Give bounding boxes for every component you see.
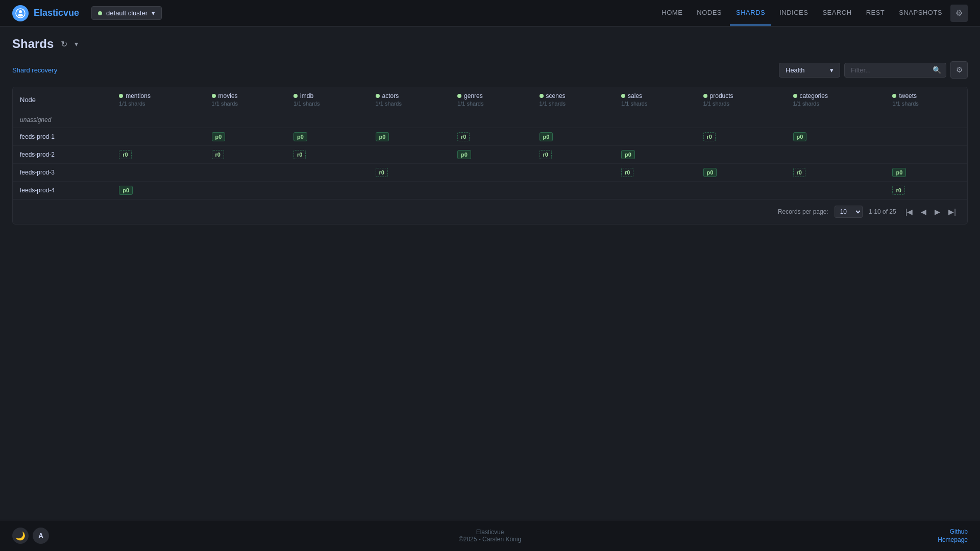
nav-link-snapshots[interactable]: SNAPSHOTS [893, 1, 948, 26]
shard-cell [885, 128, 967, 146]
nav-link-search[interactable]: SEARCH [816, 1, 857, 26]
shard-badge[interactable]: r0 [892, 186, 904, 195]
col-imdb: imdb 1/1 shards [286, 87, 369, 112]
shard-badge[interactable]: p0 [457, 150, 471, 159]
shard-cell [369, 112, 451, 128]
filter-input[interactable] [844, 63, 946, 78]
table-body: unassignedfeeds-prod-1p0p0p0r0p0r0p0feed… [13, 112, 967, 199]
col-actors: actors 1/1 shards [369, 87, 451, 112]
shard-cell: r0 [614, 164, 696, 182]
app-name: Elasticvue [34, 8, 79, 18]
nav-link-shards[interactable]: SHARDS [730, 1, 771, 26]
col-movies: movies 1/1 shards [205, 87, 287, 112]
shard-cell [112, 128, 204, 146]
shard-cell [532, 182, 615, 199]
shard-badge[interactable]: r0 [793, 168, 805, 177]
nav-link-rest[interactable]: REST [860, 1, 891, 26]
shard-cell: p0 [885, 164, 967, 182]
shard-cell [696, 146, 786, 164]
shard-badge[interactable]: r0 [703, 132, 716, 141]
theme-toggle-button[interactable]: 🌙 [12, 528, 29, 544]
shard-cell: p0 [450, 146, 532, 164]
shard-cell: p0 [369, 128, 451, 146]
page-content: Shards ↻ ▾ Shard recovery Health ▾ 🔍 ⚙ N… [0, 27, 980, 378]
table-row: feeds-prod-1p0p0p0r0p0r0p0 [13, 128, 967, 146]
shard-cell [450, 182, 532, 199]
table-row: unassigned [13, 112, 967, 128]
shard-recovery-link[interactable]: Shard recovery [12, 66, 57, 74]
table-settings-button[interactable]: ⚙ [950, 61, 968, 79]
github-link[interactable]: Github [950, 528, 968, 535]
app-logo[interactable]: Elasticvue [12, 5, 79, 21]
lang-icon: A [38, 532, 43, 540]
col-products: products 1/1 shards [696, 87, 786, 112]
table-row: feeds-prod-2r0r0r0p0r0p0 [13, 146, 967, 164]
shard-cell [450, 164, 532, 182]
shard-badge[interactable]: p0 [540, 132, 553, 141]
table-header: Node mentions 1/1 shards movies 1/1 shar… [13, 87, 967, 112]
shard-cell [786, 182, 886, 199]
shard-badge[interactable]: r0 [540, 150, 552, 159]
shard-cell [614, 128, 696, 146]
shard-badge[interactable]: r0 [376, 168, 388, 177]
shard-cell [112, 112, 204, 128]
nav-link-home[interactable]: HOME [655, 1, 689, 26]
shard-cell [614, 182, 696, 199]
health-label: Health [786, 66, 805, 74]
cluster-name: default cluster [106, 9, 148, 17]
shard-cell [532, 112, 615, 128]
shard-cell [450, 112, 532, 128]
shard-badge[interactable]: r0 [457, 132, 470, 141]
health-dropdown[interactable]: Health ▾ [779, 63, 840, 78]
shard-cell [696, 112, 786, 128]
footer-center: Elasticvue ©2025 - Carsten König [459, 529, 521, 543]
footer-right: Github Homepage [938, 528, 968, 543]
prev-page-button[interactable]: ◀ [918, 206, 929, 217]
node-column-header: Node [13, 87, 112, 112]
col-sales: sales 1/1 shards [614, 87, 696, 112]
refresh-button[interactable]: ↻ [59, 37, 69, 51]
homepage-link[interactable]: Homepage [938, 536, 968, 543]
nav-link-nodes[interactable]: NODES [691, 1, 728, 26]
shard-cell [614, 112, 696, 128]
shard-badge[interactable]: p0 [793, 132, 807, 141]
shard-badge[interactable]: p0 [892, 168, 906, 177]
col-scenes: scenes 1/1 shards [532, 87, 615, 112]
nav-settings-button[interactable]: ⚙ [950, 5, 968, 22]
page-dropdown-button[interactable]: ▾ [75, 40, 78, 48]
shard-cell: p0 [205, 128, 287, 146]
svg-point-1 [19, 10, 22, 13]
shard-badge[interactable]: p0 [119, 186, 133, 195]
shard-badge[interactable]: r0 [119, 150, 131, 159]
footer-copyright: ©2025 - Carsten König [459, 536, 521, 543]
shard-cell [786, 112, 886, 128]
node-cell: feeds-prod-3 [13, 164, 112, 182]
spacer [0, 378, 980, 520]
first-page-button[interactable]: |◀ [902, 206, 916, 217]
shard-badge[interactable]: r0 [293, 150, 306, 159]
shard-cell [205, 164, 287, 182]
shard-cell [532, 164, 615, 182]
shard-cell: p0 [696, 164, 786, 182]
shard-badge[interactable]: p0 [703, 168, 717, 177]
page-title: Shards [12, 37, 54, 51]
col-genres: genres 1/1 shards [450, 87, 532, 112]
shard-cell: p0 [532, 128, 615, 146]
next-page-button[interactable]: ▶ [932, 206, 943, 217]
pagination-buttons: |◀ ◀ ▶ ▶| [902, 206, 959, 217]
language-button[interactable]: A [33, 528, 49, 544]
toolbar-right: Health ▾ 🔍 ⚙ [779, 61, 968, 79]
shard-cell: r0 [450, 128, 532, 146]
shard-badge[interactable]: r0 [212, 150, 224, 159]
shard-badge[interactable]: p0 [212, 132, 226, 141]
shard-badge[interactable]: p0 [376, 132, 389, 141]
nav-link-indices[interactable]: INDICES [773, 1, 814, 26]
per-page-select[interactable]: 10 25 50 100 [835, 206, 863, 218]
records-per-page-label: Records per page: [778, 208, 828, 215]
shard-badge[interactable]: p0 [293, 132, 307, 141]
cluster-selector[interactable]: default cluster ▾ [91, 6, 162, 20]
table-row: feeds-prod-3r0r0p0r0p0 [13, 164, 967, 182]
last-page-button[interactable]: ▶| [945, 206, 959, 217]
shard-badge[interactable]: r0 [621, 168, 633, 177]
shard-badge[interactable]: p0 [621, 150, 635, 159]
